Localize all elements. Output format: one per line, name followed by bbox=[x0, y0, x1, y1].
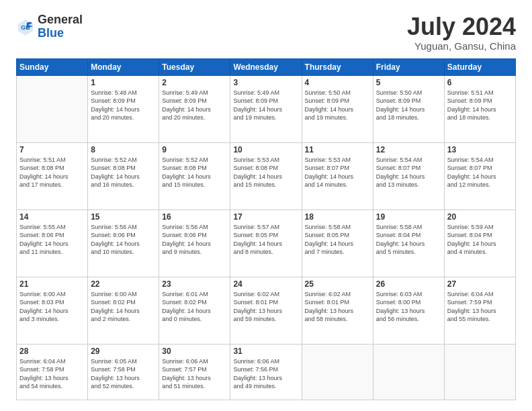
col-tuesday: Tuesday bbox=[159, 58, 230, 75]
day-info: Sunrise: 6:02 AM Sunset: 8:01 PM Dayligh… bbox=[233, 290, 298, 324]
cell-4-2: 30Sunrise: 6:06 AM Sunset: 7:57 PM Dayli… bbox=[159, 344, 230, 400]
col-saturday: Saturday bbox=[444, 58, 515, 75]
day-info: Sunrise: 6:01 AM Sunset: 8:02 PM Dayligh… bbox=[162, 290, 227, 324]
cell-3-6: 27Sunrise: 6:04 AM Sunset: 7:59 PM Dayli… bbox=[444, 277, 515, 344]
cell-2-3: 17Sunrise: 5:57 AM Sunset: 8:05 PM Dayli… bbox=[230, 210, 302, 277]
day-number: 4 bbox=[305, 78, 370, 87]
day-info: Sunrise: 6:06 AM Sunset: 7:56 PM Dayligh… bbox=[233, 357, 298, 391]
day-number: 2 bbox=[162, 78, 227, 87]
day-number: 12 bbox=[376, 145, 441, 154]
cell-2-2: 16Sunrise: 5:56 AM Sunset: 8:06 PM Dayli… bbox=[159, 210, 230, 277]
col-wednesday: Wednesday bbox=[230, 58, 302, 75]
day-info: Sunrise: 6:03 AM Sunset: 8:00 PM Dayligh… bbox=[376, 290, 441, 324]
cell-3-3: 24Sunrise: 6:02 AM Sunset: 8:01 PM Dayli… bbox=[230, 277, 302, 344]
cell-4-5 bbox=[373, 344, 444, 400]
day-info: Sunrise: 5:54 AM Sunset: 8:07 PM Dayligh… bbox=[447, 156, 513, 189]
day-number: 7 bbox=[19, 145, 85, 154]
day-number: 1 bbox=[91, 78, 156, 87]
day-info: Sunrise: 5:53 AM Sunset: 8:07 PM Dayligh… bbox=[305, 156, 370, 189]
header: GB General Blue July 2024 Yuguan, Gansu,… bbox=[16, 13, 516, 52]
day-number: 11 bbox=[305, 145, 370, 154]
week-row-0: 1Sunrise: 5:48 AM Sunset: 8:09 PM Daylig… bbox=[17, 75, 516, 142]
week-row-1: 7Sunrise: 5:51 AM Sunset: 8:08 PM Daylig… bbox=[17, 142, 516, 210]
cell-1-6: 13Sunrise: 5:54 AM Sunset: 8:07 PM Dayli… bbox=[444, 142, 515, 210]
day-info: Sunrise: 5:59 AM Sunset: 8:04 PM Dayligh… bbox=[447, 223, 513, 257]
day-info: Sunrise: 6:06 AM Sunset: 7:57 PM Dayligh… bbox=[162, 357, 227, 391]
day-info: Sunrise: 6:04 AM Sunset: 7:59 PM Dayligh… bbox=[447, 290, 513, 324]
day-number: 10 bbox=[233, 145, 298, 154]
cell-0-5: 5Sunrise: 5:50 AM Sunset: 8:09 PM Daylig… bbox=[373, 75, 444, 142]
calendar-table: Sunday Monday Tuesday Wednesday Thursday… bbox=[16, 58, 516, 400]
page: GB General Blue July 2024 Yuguan, Gansu,… bbox=[0, 0, 532, 411]
day-number: 17 bbox=[233, 212, 298, 222]
cell-2-4: 18Sunrise: 5:58 AM Sunset: 8:05 PM Dayli… bbox=[302, 210, 373, 277]
day-info: Sunrise: 5:51 AM Sunset: 8:08 PM Dayligh… bbox=[19, 156, 85, 189]
cell-4-4 bbox=[302, 344, 373, 400]
day-info: Sunrise: 5:52 AM Sunset: 8:08 PM Dayligh… bbox=[162, 156, 227, 189]
cell-2-5: 19Sunrise: 5:58 AM Sunset: 8:04 PM Dayli… bbox=[373, 210, 444, 277]
day-info: Sunrise: 5:50 AM Sunset: 8:09 PM Dayligh… bbox=[376, 89, 441, 122]
logo-text: General Blue bbox=[38, 13, 83, 40]
cell-3-2: 23Sunrise: 6:01 AM Sunset: 8:02 PM Dayli… bbox=[159, 277, 230, 344]
logo-blue-text: Blue bbox=[38, 26, 64, 40]
day-info: Sunrise: 5:56 AM Sunset: 8:06 PM Dayligh… bbox=[91, 223, 156, 257]
day-number: 5 bbox=[376, 78, 441, 87]
day-number: 31 bbox=[233, 347, 298, 356]
day-info: Sunrise: 5:49 AM Sunset: 8:09 PM Dayligh… bbox=[233, 89, 298, 122]
title-area: July 2024 Yuguan, Gansu, China bbox=[407, 13, 516, 52]
day-info: Sunrise: 5:54 AM Sunset: 8:07 PM Dayligh… bbox=[376, 156, 441, 189]
cell-0-2: 2Sunrise: 5:49 AM Sunset: 8:09 PM Daylig… bbox=[159, 75, 230, 142]
day-number: 28 bbox=[19, 347, 85, 356]
day-number: 13 bbox=[447, 145, 513, 154]
day-number: 27 bbox=[447, 279, 513, 289]
cell-2-0: 14Sunrise: 5:55 AM Sunset: 8:06 PM Dayli… bbox=[17, 210, 88, 277]
day-number: 21 bbox=[19, 279, 85, 289]
logo-icon: GB bbox=[16, 17, 35, 36]
cell-3-4: 25Sunrise: 6:02 AM Sunset: 8:01 PM Dayli… bbox=[302, 277, 373, 344]
day-number: 15 bbox=[91, 212, 156, 222]
month-title: July 2024 bbox=[407, 13, 516, 40]
day-number: 22 bbox=[91, 279, 156, 289]
day-info: Sunrise: 5:51 AM Sunset: 8:09 PM Dayligh… bbox=[447, 89, 513, 122]
cell-4-1: 29Sunrise: 6:05 AM Sunset: 7:58 PM Dayli… bbox=[88, 344, 159, 400]
day-number: 16 bbox=[162, 212, 227, 222]
day-info: Sunrise: 5:53 AM Sunset: 8:08 PM Dayligh… bbox=[233, 156, 298, 189]
day-info: Sunrise: 6:02 AM Sunset: 8:01 PM Dayligh… bbox=[305, 290, 370, 324]
cell-1-2: 9Sunrise: 5:52 AM Sunset: 8:08 PM Daylig… bbox=[159, 142, 230, 210]
day-info: Sunrise: 5:57 AM Sunset: 8:05 PM Dayligh… bbox=[233, 223, 298, 257]
header-row: Sunday Monday Tuesday Wednesday Thursday… bbox=[17, 58, 516, 75]
week-row-4: 28Sunrise: 6:04 AM Sunset: 7:58 PM Dayli… bbox=[17, 344, 516, 400]
cell-0-6: 6Sunrise: 5:51 AM Sunset: 8:09 PM Daylig… bbox=[444, 75, 515, 142]
day-info: Sunrise: 6:00 AM Sunset: 8:02 PM Dayligh… bbox=[91, 290, 156, 324]
day-info: Sunrise: 6:00 AM Sunset: 8:03 PM Dayligh… bbox=[19, 290, 85, 324]
location: Yuguan, Gansu, China bbox=[407, 40, 516, 52]
day-info: Sunrise: 5:48 AM Sunset: 8:09 PM Dayligh… bbox=[91, 89, 156, 122]
cell-4-0: 28Sunrise: 6:04 AM Sunset: 7:58 PM Dayli… bbox=[17, 344, 88, 400]
col-thursday: Thursday bbox=[302, 58, 373, 75]
cell-1-5: 12Sunrise: 5:54 AM Sunset: 8:07 PM Dayli… bbox=[373, 142, 444, 210]
logo-general-text: General bbox=[38, 13, 83, 26]
cell-0-3: 3Sunrise: 5:49 AM Sunset: 8:09 PM Daylig… bbox=[230, 75, 302, 142]
day-number: 18 bbox=[305, 212, 370, 222]
day-number: 25 bbox=[305, 279, 370, 289]
day-number: 9 bbox=[162, 145, 227, 154]
day-info: Sunrise: 5:56 AM Sunset: 8:06 PM Dayligh… bbox=[162, 223, 227, 257]
col-sunday: Sunday bbox=[17, 58, 88, 75]
day-number: 14 bbox=[19, 212, 85, 222]
svg-text:GB: GB bbox=[21, 24, 30, 31]
cell-4-6 bbox=[444, 344, 515, 400]
day-info: Sunrise: 6:04 AM Sunset: 7:58 PM Dayligh… bbox=[19, 357, 85, 391]
cell-0-1: 1Sunrise: 5:48 AM Sunset: 8:09 PM Daylig… bbox=[88, 75, 159, 142]
col-friday: Friday bbox=[373, 58, 444, 75]
day-number: 6 bbox=[447, 78, 513, 87]
cell-3-5: 26Sunrise: 6:03 AM Sunset: 8:00 PM Dayli… bbox=[373, 277, 444, 344]
day-info: Sunrise: 5:58 AM Sunset: 8:05 PM Dayligh… bbox=[305, 223, 370, 257]
cell-2-6: 20Sunrise: 5:59 AM Sunset: 8:04 PM Dayli… bbox=[444, 210, 515, 277]
cell-0-0 bbox=[17, 75, 88, 142]
cell-3-0: 21Sunrise: 6:00 AM Sunset: 8:03 PM Dayli… bbox=[17, 277, 88, 344]
cell-4-3: 31Sunrise: 6:06 AM Sunset: 7:56 PM Dayli… bbox=[230, 344, 302, 400]
day-number: 20 bbox=[447, 212, 513, 222]
cell-1-1: 8Sunrise: 5:52 AM Sunset: 8:08 PM Daylig… bbox=[88, 142, 159, 210]
cell-1-3: 10Sunrise: 5:53 AM Sunset: 8:08 PM Dayli… bbox=[230, 142, 302, 210]
day-number: 30 bbox=[162, 347, 227, 356]
